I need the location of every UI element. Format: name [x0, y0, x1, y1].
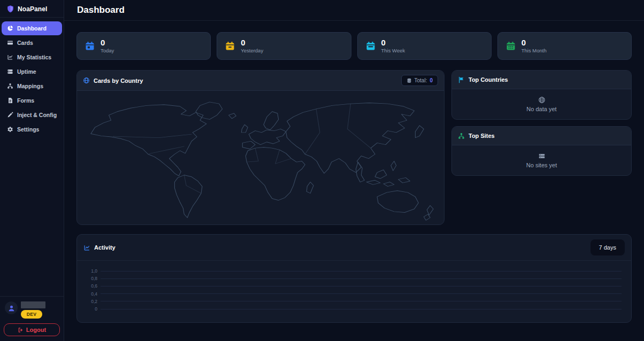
server-icon — [7, 68, 13, 75]
top-countries-panel: Top Countries No data yet — [451, 70, 632, 120]
sidebar-item-label: Dashboard — [17, 25, 47, 32]
range-selector-button[interactable]: 7 days — [591, 239, 625, 255]
cards-by-country-panel: Cards by Country Total: 0 — [76, 70, 444, 225]
stat-value: 0 — [101, 38, 114, 47]
calendar-minus-icon — [225, 41, 235, 51]
globe-gray-icon — [538, 96, 546, 104]
panel-title-text: Top Sites — [469, 133, 495, 139]
stat-card-this-month: 0 This Month — [497, 32, 632, 60]
sitemap-green-icon — [458, 133, 465, 140]
database-icon — [407, 78, 412, 83]
sidebar-item-label: Forms — [17, 97, 34, 104]
activity-header: Activity 7 days — [77, 235, 631, 261]
sidebar-item-label: Uptime — [17, 68, 36, 75]
sidebar-item-label: Settings — [17, 126, 39, 133]
credit-card-icon — [7, 40, 13, 46]
stat-value: 0 — [381, 38, 405, 47]
sidebar-item-inject-config[interactable]: Inject & Config — [2, 108, 62, 122]
page-title: Dashboard — [77, 5, 125, 15]
role-badge: DEV — [21, 310, 42, 319]
logout-button[interactable]: Logout — [4, 323, 60, 336]
top-sites-panel: Top Sites No sites yet — [451, 126, 632, 176]
sidebar: NoaPanel Dashboard Cards My Statistics — [0, 0, 64, 341]
sidebar-item-label: Inject & Config — [17, 112, 57, 118]
sidebar-item-label: My Statistics — [17, 54, 51, 60]
empty-text: No data yet — [526, 106, 556, 112]
gridline-row: 0,6 — [85, 282, 622, 290]
sidebar-item-label: Mappings — [17, 83, 43, 89]
world-map-svg — [80, 92, 441, 223]
sidebar-item-mappings[interactable]: Mappings — [2, 79, 62, 93]
username-redacted — [21, 301, 45, 308]
sidebar-item-settings[interactable]: Settings — [2, 122, 62, 136]
world-map — [77, 91, 444, 224]
gridline-row: 0,4 — [85, 290, 622, 298]
activity-panel: Activity 7 days 1,0 0,8 0,6 0,4 — [76, 234, 632, 323]
app-name: NoaPanel — [18, 5, 48, 13]
main-area: Dashboard 0 Today — [64, 0, 644, 341]
avatar — [5, 301, 18, 314]
stat-card-this-week: 0 This Week — [357, 32, 492, 60]
logout-label: Logout — [26, 327, 46, 333]
content: 0 Today 0 Yesterday — [64, 21, 644, 323]
server-gray-icon — [538, 152, 546, 160]
gridline-row: 1,0 — [85, 267, 622, 275]
gear-icon — [7, 126, 13, 133]
y-tick: 0,2 — [85, 299, 97, 304]
shield-logo-icon — [6, 5, 14, 13]
chart-line-icon — [7, 54, 13, 60]
logout-icon — [18, 327, 24, 333]
panel-title-text: Top Countries — [469, 76, 508, 83]
stat-card-today: 0 Today — [76, 32, 211, 60]
y-tick: 0,8 — [85, 276, 97, 281]
user-row: DEV — [4, 301, 60, 319]
sidebar-item-my-statistics[interactable]: My Statistics — [2, 50, 62, 64]
file-icon — [7, 97, 13, 104]
page-header: Dashboard — [64, 0, 644, 21]
panel-title-text: Cards by Country — [94, 78, 143, 84]
gridline-row: 0,8 — [85, 275, 622, 282]
top-sites-empty: No sites yet — [452, 145, 631, 175]
stat-label: This Week — [381, 48, 405, 54]
sidebar-item-label: Cards — [17, 40, 33, 46]
user-meta: DEV — [21, 301, 45, 319]
sidebar-item-cards[interactable]: Cards — [2, 36, 62, 50]
stat-card-yesterday: 0 Yesterday — [217, 32, 351, 60]
total-label: Total: — [415, 78, 427, 83]
sitemap-icon — [7, 83, 13, 89]
person-icon — [7, 304, 16, 312]
y-tick: 0 — [85, 306, 97, 312]
activity-chart-icon — [83, 244, 90, 251]
stat-label: Yesterday — [241, 48, 263, 54]
gridline-row: 0,2 — [85, 298, 622, 305]
sidebar-item-uptime[interactable]: Uptime — [2, 65, 62, 79]
sidebar-nav: Dashboard Cards My Statistics Uptime — [0, 18, 64, 140]
empty-text: No sites yet — [526, 162, 557, 168]
sidebar-item-dashboard[interactable]: Dashboard — [2, 21, 62, 35]
top-sites-header: Top Sites — [452, 127, 631, 145]
pen-icon — [7, 112, 13, 118]
chart-grid: 1,0 0,8 0,6 0,4 0,2 0 — [85, 267, 622, 313]
panel-title-text: Activity — [94, 244, 116, 251]
cards-by-country-header: Cards by Country Total: 0 — [77, 71, 444, 91]
stat-value: 0 — [522, 38, 547, 47]
y-tick: 0,4 — [85, 291, 97, 297]
activity-chart: 1,0 0,8 0,6 0,4 0,2 0 — [77, 261, 631, 322]
right-column: Top Countries No data yet — [451, 70, 632, 225]
pie-chart-icon — [7, 25, 13, 32]
total-badge: Total: 0 — [401, 75, 438, 86]
y-tick: 1,0 — [85, 268, 97, 274]
sidebar-item-forms[interactable]: Forms — [2, 94, 62, 107]
calendar-week-icon — [365, 41, 376, 51]
calendar-day-icon — [85, 41, 95, 51]
globe-icon — [83, 77, 90, 84]
stat-value: 0 — [241, 38, 263, 47]
flag-icon — [458, 76, 465, 83]
sidebar-footer: DEV Logout — [0, 296, 64, 341]
stat-label: Today — [101, 48, 114, 54]
top-countries-header: Top Countries — [452, 71, 631, 89]
top-countries-empty: No data yet — [452, 89, 631, 119]
total-value: 0 — [430, 78, 433, 83]
stat-label: This Month — [522, 48, 547, 54]
calendar-month-icon — [505, 41, 516, 51]
